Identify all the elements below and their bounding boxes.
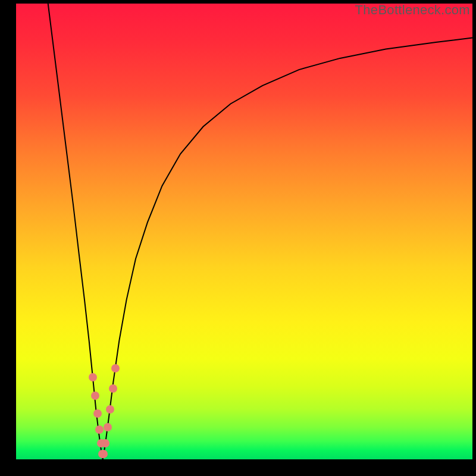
sweet-spot-dot [93,409,102,418]
sweet-spot-dot [99,450,108,458]
chart-frame: TheBottleneck.com [0,0,476,476]
sweet-spot-dot [109,384,117,393]
sweet-spot-dot [91,392,99,400]
sweet-spot-dot [111,364,120,372]
sweet-spot-dot [106,405,114,414]
watermark-label: TheBottleneck.com [355,2,470,18]
curve-right-branch [103,37,472,459]
bottleneck-curve [16,4,472,459]
sweet-spot-dot [89,373,97,381]
sweet-spot-dot [95,425,104,434]
plot-area [16,4,472,459]
